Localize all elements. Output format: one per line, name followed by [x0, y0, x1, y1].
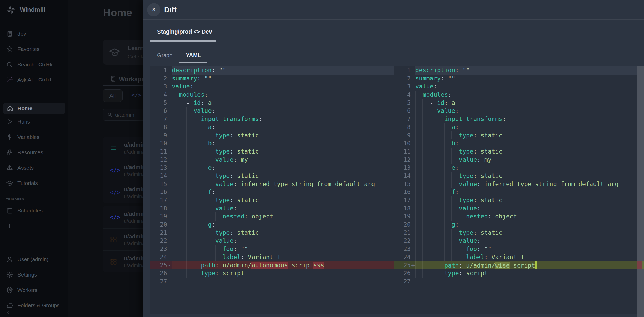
diff-marker: [167, 107, 172, 115]
item-title: u/admin: [124, 186, 145, 193]
code-line-24: 24label: Variant 1: [150, 253, 394, 261]
script-code-icon: </>: [110, 189, 120, 196]
line-content: value:: [172, 237, 394, 245]
line-number: 16: [150, 188, 167, 196]
line-content: modules:: [415, 91, 637, 99]
tab-yaml[interactable]: YAML: [186, 52, 201, 59]
dollar-icon: [6, 134, 13, 141]
tab-graph[interactable]: Graph: [157, 52, 173, 59]
owner-filter-label: u/admin: [115, 112, 134, 118]
sidebar-item-workers[interactable]: Workers: [0, 282, 68, 298]
diff-overview-ruler[interactable]: [637, 66, 644, 317]
sidebar: Windmill devFavoritesSearchCtrl+kAsk AIC…: [0, 0, 68, 317]
sidebar-item-ask-ai[interactable]: Ask AICtrl+L: [0, 72, 68, 88]
code-line-11: 11type: static: [394, 148, 637, 156]
line-number: 25: [150, 261, 167, 270]
diff-marker: [167, 229, 172, 237]
line-number: 19: [150, 212, 167, 221]
diff-marker: [411, 107, 415, 115]
code-line-19: 19nested: object: [150, 212, 394, 221]
close-icon[interactable]: ×: [147, 3, 160, 16]
script-code-icon: </>: [110, 167, 120, 173]
line-number: 5: [150, 99, 167, 107]
sidebar-item-search[interactable]: SearchCtrl+k: [0, 57, 68, 72]
line-number: 21: [394, 229, 411, 237]
sidebar-item-label: User (admin): [17, 256, 48, 262]
code-line-12: 12value: my: [150, 156, 394, 164]
code-line-20: 20g:: [150, 221, 394, 229]
sidebar-item-label: Workers: [17, 287, 37, 293]
filter-all-button[interactable]: All: [103, 89, 123, 102]
line-content: type: static: [415, 172, 637, 180]
chip-icon: [6, 287, 13, 294]
sidebar-item-add-trigger[interactable]: [0, 218, 68, 234]
line-number: 13: [150, 164, 167, 172]
line-number: 25: [394, 261, 411, 270]
diff-pane-modified[interactable]: 1description: ""2summary: ""3value:4modu…: [394, 66, 637, 314]
line-content: nested: object: [172, 212, 394, 221]
sidebar-item-favorites[interactable]: Favorites: [0, 42, 68, 57]
diff-marker: [411, 278, 415, 286]
diff-marker: [411, 237, 415, 245]
sidebar-item-resources[interactable]: Resources: [0, 145, 68, 160]
gear-icon: [6, 271, 13, 278]
sidebar-item-label: Search: [17, 62, 35, 68]
line-number: 20: [394, 221, 411, 229]
line-number: 23: [394, 245, 411, 253]
code-line-1: 1description: "": [394, 66, 637, 75]
diff-marker: [167, 75, 172, 83]
line-number: 18: [150, 204, 167, 213]
code-line-3: 3value:: [394, 83, 637, 91]
sidebar-item-variables[interactable]: Variables: [0, 129, 68, 145]
sidebar-item-label: Resources: [17, 149, 43, 156]
tab-row-border: [143, 41, 644, 41]
sidebar-item-schedules[interactable]: Schedules: [0, 203, 68, 218]
line-content: - id: a: [172, 99, 394, 107]
diff-marker: [411, 188, 415, 196]
line-number: 18: [394, 204, 411, 213]
drawer-title: Diff: [164, 6, 176, 14]
sidebar-item-settings[interactable]: Settings: [0, 267, 68, 282]
code-line-10: 10b:: [150, 139, 394, 148]
line-number: 9: [394, 131, 411, 140]
diff-marker: [411, 148, 415, 156]
subtab-row-border: [143, 63, 644, 63]
sidebar-item-assets[interactable]: Assets: [0, 160, 68, 176]
diff-marker: [167, 172, 172, 180]
diff-pane-original[interactable]: 1description: ""2summary: ""3value:4modu…: [150, 66, 394, 314]
sidebar-item-user[interactable]: User (admin): [0, 252, 68, 267]
line-number: 9: [150, 131, 167, 140]
calendar-icon: [6, 207, 13, 214]
line-content: g:: [415, 221, 637, 229]
sidebar-item-runs[interactable]: Runs: [0, 114, 68, 129]
code-line-19: 19nested: object: [394, 212, 637, 221]
sidebar-item-dev[interactable]: dev: [0, 26, 68, 42]
line-content: type: static: [415, 229, 637, 237]
item-title: u/admin: [124, 255, 145, 262]
code-line-7: 7input_transforms:: [150, 115, 394, 123]
sidebar-item-home[interactable]: Home: [3, 103, 65, 114]
code-line-2: 2summary: "": [150, 75, 394, 83]
sidebar-triggers-group: Schedules: [0, 203, 68, 234]
line-content: value: inferred type string from default…: [172, 180, 394, 188]
line-number: 7: [150, 115, 167, 123]
code-line-15: 15value: inferred type string from defau…: [394, 180, 637, 188]
diff-marker: [411, 123, 415, 131]
line-number: 12: [394, 156, 411, 164]
code-line-3: 3value:: [150, 83, 394, 91]
line-number: 4: [394, 91, 411, 99]
brand-name: Windmill: [20, 6, 45, 13]
collapse-sidebar-icon[interactable]: [6, 309, 13, 315]
line-number: 26: [394, 269, 411, 278]
flow-icon: [110, 144, 117, 152]
line-number: 2: [394, 75, 411, 83]
tab-staging-prod-dev[interactable]: Staging/prod <> Dev: [157, 28, 212, 35]
boxes-icon: [6, 149, 13, 156]
code-line-11: 11type: static: [150, 148, 394, 156]
diff-marker: [411, 164, 415, 172]
sidebar-item-tutorials[interactable]: Tutorials: [0, 176, 68, 191]
line-content: f:: [415, 188, 637, 196]
line-content: b:: [172, 139, 394, 148]
diff-marker: +: [411, 261, 415, 270]
line-content: foo: "": [172, 245, 394, 253]
